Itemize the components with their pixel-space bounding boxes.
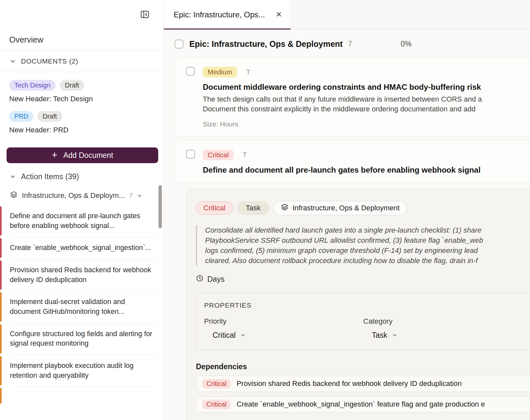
group-label: Infrastructure, Ops & Deploym...: [22, 191, 125, 200]
priority-label: Priority: [204, 317, 363, 326]
tab-epic[interactable]: Epic: Infrastructure, Ops... ✕: [164, 0, 291, 29]
action-item-title: Implement dual-secret validation and doc…: [10, 298, 125, 315]
doc-type-badge: PRD: [9, 111, 33, 122]
priority-pill[interactable]: Critical: [196, 201, 233, 215]
category-select[interactable]: Task: [372, 331, 398, 340]
task-body: Critical T Define and document all pre-l…: [203, 150, 530, 175]
task-body: Medium T Document middleware ordering co…: [203, 67, 530, 128]
properties-box: PROPERTIES Priority Critical: [196, 293, 530, 350]
priority-select-value: Critical: [213, 331, 236, 340]
action-items-section-title: Action Items (39): [21, 172, 79, 181]
dependency-item[interactable]: Critical Provision shared Redis backend …: [196, 376, 530, 392]
task-detail-panel: Critical Task Infrastructure, Ops & Depl…: [186, 189, 530, 420]
size-value: Days: [207, 275, 224, 284]
epic-content: Epic: Infrastructure, Ops & Deployment 7…: [164, 29, 530, 420]
description-line: PlaybookService SSRF outbound URL allowl…: [205, 235, 530, 245]
document-title: New Header: PRD: [9, 126, 154, 134]
action-item[interactable]: Configure structured log fields and aler…: [0, 323, 163, 355]
priority-select[interactable]: Critical: [213, 331, 246, 340]
action-item[interactable]: Create `enable_webhook_signal_ingestion`…: [0, 237, 163, 259]
task-description: The tech design calls out that if any fu…: [203, 94, 530, 114]
task-checkbox[interactable]: [186, 67, 195, 76]
layers-icon: [10, 191, 18, 200]
plus-icon: +: [52, 150, 58, 160]
epic-task-count: 7: [348, 40, 352, 48]
doc-type-badge: Tech Design: [9, 80, 56, 91]
dependency-title: Create `enable_webhook_signal_ingestion`…: [237, 400, 485, 409]
task-detail-description: Consolidate all identified hard launch g…: [196, 225, 530, 266]
epic-checkbox[interactable]: [175, 40, 183, 48]
priority-accent-bar: [0, 324, 2, 353]
action-item-title: Provision shared Redis backend for webho…: [10, 266, 151, 284]
document-item[interactable]: Tech Design Draft New Header: Tech Desig…: [0, 72, 163, 103]
priority-accent-bar: [0, 206, 2, 236]
task-card[interactable]: Medium T Document middleware ordering co…: [175, 57, 530, 137]
epic-pill[interactable]: Infrastructure, Ops & Deployment: [273, 201, 407, 215]
type-indicator: T: [243, 151, 247, 159]
category-select-value: Task: [372, 331, 387, 340]
size-row: Days: [196, 275, 530, 284]
epic-header: Epic: Infrastructure, Ops & Deployment 7…: [175, 39, 530, 49]
description-line: cleared. Also document rollback procedur…: [205, 256, 530, 266]
task-description-line: The tech design calls out that if any fu…: [203, 94, 530, 104]
action-item[interactable]: Implement dual-secret validation and doc…: [0, 291, 163, 323]
epic-title: Epic: Infrastructure, Ops & Deployment: [189, 39, 343, 49]
tab-title: Epic: Infrastructure, Ops...: [174, 10, 270, 19]
priority-accent-bar: [0, 238, 2, 258]
tab-active-underline: [164, 29, 291, 29]
chevron-down-icon: [137, 193, 142, 199]
dependencies-title: Dependencies: [196, 362, 530, 371]
layers-icon: [281, 203, 289, 213]
main-area: Epic: Infrastructure, Ops... ✕ Epic: Inf…: [164, 0, 530, 420]
task-title: Document middleware ordering constraints…: [203, 83, 530, 92]
category-label: Category: [363, 317, 522, 326]
action-item[interactable]: [0, 387, 163, 405]
category-pill[interactable]: Task: [237, 201, 269, 215]
clock-icon: [196, 275, 203, 284]
action-items-group[interactable]: Infrastructure, Ops & Deploym... 7: [0, 186, 163, 205]
task-checkbox[interactable]: [186, 150, 195, 159]
collapse-panel-icon: [140, 10, 150, 20]
doc-status-badge: Draft: [60, 80, 84, 91]
app-root: Overview DOCUMENTS (2) Tech Design Draft…: [0, 0, 530, 420]
dependency-title: Provision shared Redis backend for webho…: [237, 379, 462, 388]
action-items-list: Define and document all pre-launch gates…: [0, 205, 163, 405]
priority-accent-bar: [0, 356, 2, 385]
chevron-down-icon: [240, 332, 246, 338]
sidebar-item-overview[interactable]: Overview: [0, 29, 163, 50]
properties-title: PROPERTIES: [204, 301, 522, 309]
description-line: Consolidate all identified hard launch g…: [205, 225, 530, 235]
priority-badge: Medium: [203, 67, 237, 77]
document-item[interactable]: PRD Draft New Header: PRD: [0, 103, 163, 134]
document-badges: Tech Design Draft: [9, 80, 154, 91]
property-priority: Priority Critical: [204, 309, 363, 340]
tab-close-icon[interactable]: ✕: [276, 10, 282, 19]
action-item[interactable]: Define and document all pre-launch gates…: [0, 205, 163, 237]
action-item[interactable]: Implement playbook execution audit log r…: [0, 355, 163, 387]
task-size: Size: Hours: [203, 120, 530, 128]
documents-section-header[interactable]: DOCUMENTS (2): [0, 50, 163, 72]
add-document-button[interactable]: + Add Document: [7, 147, 158, 163]
priority-accent-bar: [0, 292, 2, 321]
overview-label: Overview: [9, 35, 43, 45]
group-count: 7: [129, 192, 133, 200]
documents-section-title: DOCUMENTS (2): [21, 57, 78, 65]
epic-pill-label: Infrastructure, Ops & Deployment: [293, 204, 399, 212]
add-document-label: Add Document: [63, 151, 113, 160]
action-item-title: Create `enable_webhook_signal_ingestion`…: [10, 244, 151, 252]
dependency-priority-badge: Critical: [202, 400, 231, 409]
properties-grid: Priority Critical Category Tas: [204, 309, 522, 340]
dependency-item[interactable]: Critical Create `enable_webhook_signal_i…: [196, 396, 530, 412]
task-card[interactable]: Critical T Define and document all pre-l…: [175, 140, 530, 183]
doc-status-badge: Draft: [37, 111, 62, 122]
document-badges: PRD Draft: [9, 111, 154, 122]
action-items-section-header[interactable]: Action Items (39): [0, 167, 163, 186]
sidebar-scrollbar-thumb[interactable]: [159, 185, 162, 228]
action-item[interactable]: Provision shared Redis backend for webho…: [0, 259, 163, 291]
priority-accent-bar: [0, 260, 2, 290]
task-title: Define and document all pre-launch gates…: [203, 165, 530, 175]
chevron-down-icon: [10, 58, 16, 64]
dependency-priority-badge: Critical: [202, 379, 231, 389]
sidebar-collapse-button[interactable]: [139, 8, 151, 22]
epic-progress-percent: 0%: [401, 40, 411, 48]
